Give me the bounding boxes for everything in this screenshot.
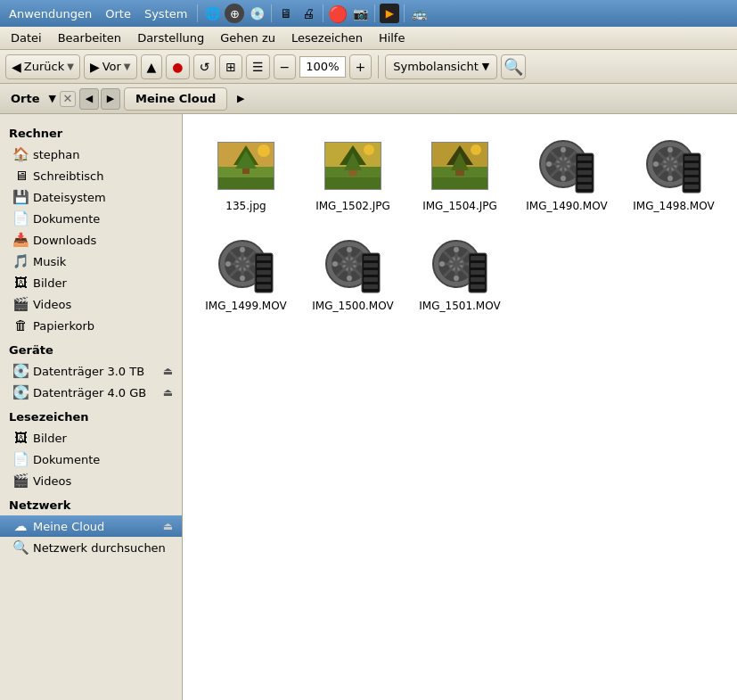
sidebar-item-lz-dokumente[interactable]: 📄 Dokumente	[0, 449, 182, 470]
sidebar-item-videos[interactable]: 🎬 Videos	[0, 293, 182, 315]
breadcrumb-extra-button[interactable]: ▶	[231, 88, 250, 110]
sidebar-item-meine-cloud[interactable]: ☁ Meine Cloud ⏏	[0, 515, 182, 537]
up-button[interactable]: ▲	[141, 54, 163, 79]
eject-icon[interactable]: ⏏	[163, 365, 173, 377]
svg-rect-88	[364, 263, 378, 268]
camera-icon[interactable]: 📷	[350, 4, 370, 23]
video-thumbnail-1501	[431, 237, 488, 294]
svg-point-32	[561, 176, 566, 181]
file-item-img1498[interactable]: IMG_1498.MOV	[625, 128, 723, 219]
filezilla-icon[interactable]: 🔴	[328, 4, 348, 23]
menu-lesezeichen[interactable]: Lesezeichen	[284, 29, 370, 47]
eject-icon[interactable]: ⏏	[163, 386, 173, 399]
zoom-in-button[interactable]: +	[349, 54, 373, 79]
printer-icon[interactable]: 🖨	[299, 4, 318, 23]
view-select-label: Symbolansicht	[393, 60, 479, 73]
sidebar-item-lz-videos[interactable]: 🎬 Videos	[0, 470, 182, 491]
close-pane-button[interactable]: ✕	[60, 91, 76, 107]
menu-datei[interactable]: Datei	[4, 29, 49, 47]
file-area: 135.jpg IMG_1502.JPG	[183, 114, 737, 700]
github-icon[interactable]: ⊕	[225, 4, 244, 23]
file-item-img1502[interactable]: IMG_1502.JPG	[304, 128, 402, 219]
sidebar-item-drive-4gb[interactable]: 💽 Datenträger 4.0 GB ⏏	[0, 382, 182, 403]
image-thumbnail-1504	[431, 142, 488, 190]
file-grid: 135.jpg IMG_1502.JPG	[197, 128, 723, 319]
file-item-img1500[interactable]: IMG_1500.MOV	[304, 228, 402, 319]
forward-arrow-icon[interactable]: ▼	[124, 62, 131, 71]
sidebar-item-papierkorb[interactable]: 🗑 Papierkorb	[0, 315, 182, 336]
cd-icon[interactable]: 💿	[247, 4, 266, 23]
svg-rect-89	[364, 270, 378, 275]
file-item-img1504[interactable]: IMG_1504.JPG	[411, 128, 509, 219]
breadcrumb-back-button[interactable]: ◀	[79, 88, 99, 110]
globe-icon[interactable]: 🌐	[202, 4, 222, 23]
sidebar-item-label: Meine Cloud	[33, 520, 104, 533]
svg-point-83	[347, 276, 352, 281]
back-arrow-icon[interactable]: ▼	[67, 62, 74, 71]
file-name-img1500: IMG_1500.MOV	[312, 300, 393, 312]
desktop-icon: 🖥	[12, 168, 29, 184]
sidebar-item-drive-3tb[interactable]: 💽 Datenträger 3.0 TB ⏏	[0, 360, 182, 382]
sidebar-item-label: Videos	[33, 298, 71, 311]
sidebar-item-downloads[interactable]: 📥 Downloads	[0, 229, 182, 251]
sidebar-item-lz-bilder[interactable]: 🖼 Bilder	[0, 427, 182, 449]
videos-bm-icon: 🎬	[12, 473, 29, 489]
system-menu[interactable]: System	[139, 5, 192, 22]
section-netzwerk-title: Netzwerk	[0, 491, 182, 515]
file-item-img1490[interactable]: IMG_1490.MOV	[518, 128, 616, 219]
drive-icon: 💽	[12, 384, 29, 400]
breadcrumb-forward-button[interactable]: ▶	[101, 88, 120, 110]
sidebar-item-bilder[interactable]: 🖼 Bilder	[0, 272, 182, 293]
file-item-img1501[interactable]: IMG_1501.MOV	[411, 228, 509, 319]
downloads-icon: 📥	[12, 232, 29, 248]
sidebar-item-netzwerk-durchsuchen[interactable]: 🔍 Netzwerk durchsuchen	[0, 537, 182, 558]
svg-rect-38	[577, 170, 592, 175]
back-button[interactable]: ◀ Zurück ▼	[5, 54, 80, 79]
sidebar-item-schreibtisch[interactable]: 🖥 Schreibtisch	[0, 165, 182, 186]
home-button[interactable]: ⊞	[219, 54, 242, 79]
sidebar-item-stephan[interactable]: 🏠 stephan	[0, 144, 182, 165]
locationbar: Orte ▼ ✕ ◀ ▶ Meine Cloud ▶	[0, 84, 737, 114]
view-select[interactable]: Symbolansicht ▼	[385, 54, 497, 79]
forward-button[interactable]: ▶ Vor ▼	[84, 54, 137, 79]
svg-rect-106	[471, 270, 485, 275]
svg-rect-37	[577, 163, 592, 168]
menu-bearbeiten[interactable]: Bearbeiten	[51, 29, 128, 47]
trash-icon: 🗑	[12, 317, 29, 334]
svg-point-66	[240, 276, 245, 281]
file-icon-img1502	[323, 136, 383, 196]
reload-button[interactable]: ↺	[193, 54, 217, 79]
toolbar-separator	[378, 55, 379, 78]
file-icon-img1500	[323, 235, 383, 296]
sidebar-item-label: Datenträger 3.0 TB	[33, 365, 144, 378]
desktop-icon[interactable]: 🖥	[276, 4, 296, 23]
sidebar-item-dokumente[interactable]: 📄 Dokumente	[0, 208, 182, 229]
bus-icon[interactable]: 🚌	[409, 4, 429, 23]
file-item-img1499[interactable]: IMG_1499.MOV	[197, 228, 295, 319]
search-button[interactable]: 🔍	[501, 54, 526, 79]
file-item-135jpg[interactable]: 135.jpg	[197, 128, 295, 219]
sidebar-item-dateisystem[interactable]: 💾 Dateisystem	[0, 186, 182, 208]
svg-point-82	[347, 247, 352, 252]
sidebar-item-label: Musik	[33, 255, 66, 268]
file-icon-img1501	[430, 235, 490, 296]
svg-rect-104	[471, 256, 485, 260]
menu-darstellung[interactable]: Darstellung	[130, 29, 211, 47]
section-lesezeichen-title: Lesezeichen	[0, 403, 182, 427]
sidebar-item-musik[interactable]: 🎵 Musik	[0, 251, 182, 272]
anwendungen-menu[interactable]: Anwendungen	[4, 5, 97, 22]
video-thumbnail-1498	[645, 137, 702, 194]
cloud-eject-icon[interactable]: ⏏	[163, 520, 173, 532]
zoom-out-button[interactable]: −	[274, 54, 297, 79]
taskbar-separator3	[323, 4, 323, 22]
archive-icon[interactable]: ▶	[380, 4, 399, 23]
menu-hilfe[interactable]: Hilfe	[372, 29, 413, 47]
menu-gehen-zu[interactable]: Gehen zu	[213, 29, 283, 47]
orte-menu[interactable]: Orte	[100, 5, 136, 22]
view-list-button[interactable]: ☰	[246, 54, 270, 79]
svg-rect-56	[684, 177, 699, 182]
forward-label: Vor	[102, 60, 121, 73]
places-arrow-icon[interactable]: ▼	[49, 93, 56, 104]
current-folder-breadcrumb[interactable]: Meine Cloud	[124, 87, 227, 111]
stop-button[interactable]: ●	[166, 54, 189, 79]
